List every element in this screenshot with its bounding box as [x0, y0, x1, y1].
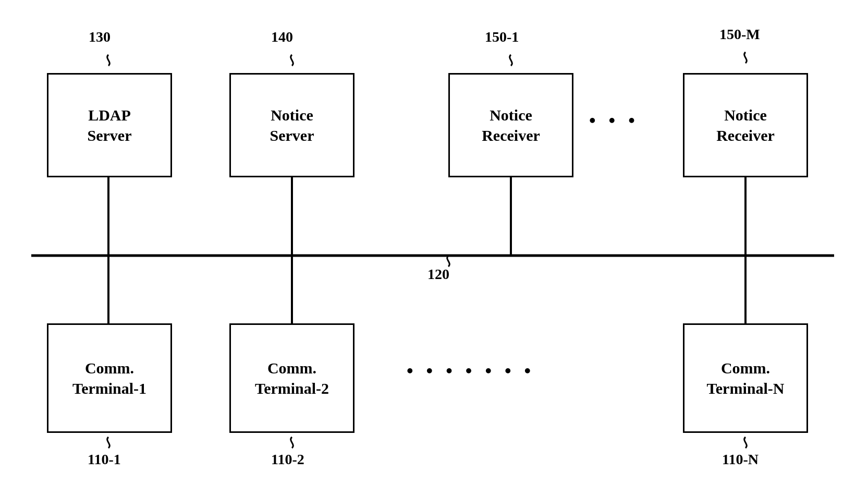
- notice-server-box: NoticeServer: [229, 73, 354, 177]
- dots-top: • • •: [589, 110, 639, 131]
- notice-server-label: NoticeServer: [270, 105, 314, 146]
- ref-140: 140: [271, 29, 293, 45]
- ref-130: 130: [89, 29, 111, 45]
- comm-terminal-n-box: Comm.Terminal-N: [683, 323, 808, 433]
- ref-150-m: 150-M: [719, 26, 760, 43]
- comm-terminal-2-label: Comm.Terminal-2: [255, 358, 329, 398]
- diagram-container: 130 140 150-1 150-M LDAPServer NoticeSer…: [0, 0, 868, 496]
- notice-receiver-1-box: NoticeReceiver: [448, 73, 573, 177]
- ref-110-2: 110-2: [271, 451, 304, 468]
- ldap-server-label: LDAPServer: [88, 105, 132, 146]
- comm-terminal-1-label: Comm.Terminal-1: [72, 358, 146, 398]
- comm-terminal-n-label: Comm.Terminal-N: [707, 358, 785, 398]
- ldap-server-box: LDAPServer: [47, 73, 172, 177]
- dots-bottom: • • • • • • •: [407, 360, 535, 382]
- ref-110-1: 110-1: [88, 451, 121, 468]
- ref-150-1: 150-1: [485, 29, 519, 45]
- notice-receiver-1-label: NoticeReceiver: [482, 105, 540, 146]
- comm-terminal-2-box: Comm.Terminal-2: [229, 323, 354, 433]
- ref-110-n: 110-N: [722, 451, 759, 468]
- comm-terminal-1-box: Comm.Terminal-1: [47, 323, 172, 433]
- notice-receiver-m-box: NoticeReceiver: [683, 73, 808, 177]
- ref-120: 120: [427, 266, 449, 283]
- notice-receiver-m-label: NoticeReceiver: [716, 105, 775, 146]
